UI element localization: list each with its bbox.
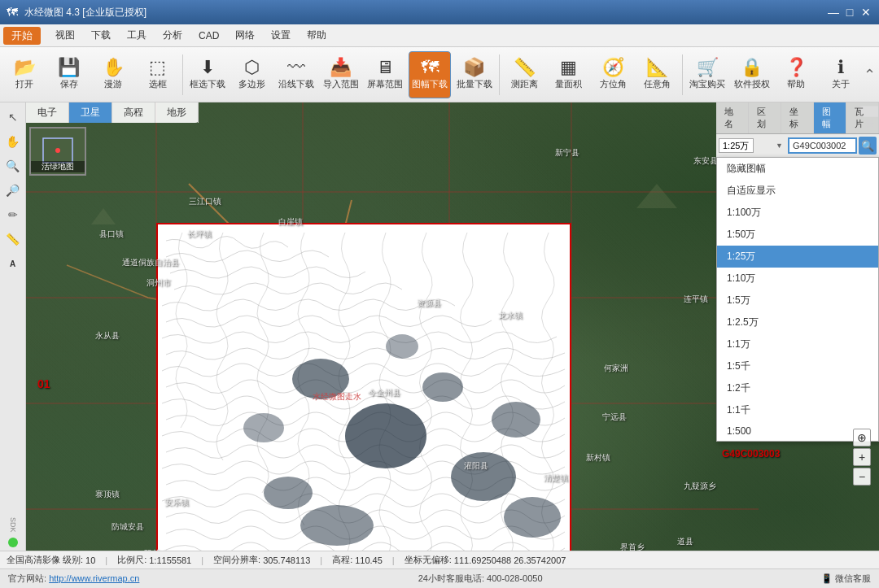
left-tool-zoom-in[interactable]: 🔍 [2, 155, 24, 177]
status-website: 官方网站: http://www.rivermap.cn [8, 573, 139, 585]
selection-content: 水经微图走水 [158, 224, 570, 551]
tool-open[interactable]: 📂 打开 [3, 51, 46, 98]
dropdown-item-10w[interactable]: 1:10万 [717, 268, 878, 290]
minimize-button[interactable]: — [827, 6, 840, 19]
info-bar: 全国高清影像 级别: 10 | 比例尺: 1:1155581 | 空间分辨率: … [0, 551, 879, 568]
dropdown-item-auto[interactable]: 自适应显示 [717, 180, 878, 202]
dropdown-item-5k[interactable]: 1:5千 [717, 355, 878, 377]
tool-line-download[interactable]: 〰 沿线下载 [275, 51, 318, 98]
squiggle-svg: 水经微图走水 [158, 224, 570, 551]
svg-point-14 [264, 477, 313, 509]
start-menu-button[interactable]: 开始 [3, 27, 41, 45]
tab-place-name[interactable]: 地名 [716, 102, 749, 133]
tool-open-label: 打开 [15, 78, 33, 90]
menu-network[interactable]: 网络 [227, 25, 263, 46]
left-tool-pan[interactable]: ✋ [2, 130, 24, 153]
close-button[interactable]: ✕ [859, 6, 872, 19]
minimap[interactable]: 活绿地图 [29, 127, 86, 176]
left-tool-zoom-out[interactable]: 🔎 [2, 179, 24, 202]
toolbar-sep-2 [499, 54, 500, 95]
tool-helpbtn[interactable]: ❓ 帮助 [775, 51, 818, 98]
menu-analysis[interactable]: 分析 [155, 25, 190, 46]
menu-cad[interactable]: CAD [190, 27, 227, 45]
tool-save[interactable]: 💾 保存 [48, 51, 91, 98]
dropdown-item-1w[interactable]: 1:1万 [717, 333, 878, 355]
map-container[interactable]: 电子 卫星 高程 地形 活绿地图 新宁县 东安县 通道侗族自治县 洞州市 永从县… [26, 102, 879, 551]
tool-batch-download[interactable]: 📦 批量下载 [453, 51, 496, 98]
tab-district[interactable]: 区划 [749, 102, 781, 133]
tool-measure-area[interactable]: ▦ 量面积 [547, 51, 590, 98]
tool-angle[interactable]: 📐 任意角 [636, 51, 679, 98]
tool-grid-download[interactable]: 🗺 图幅下载 [409, 51, 452, 98]
dropdown-item-100w[interactable]: 1:100万 [717, 202, 878, 224]
compass-button[interactable]: ⊕ [853, 429, 871, 446]
tool-import-range[interactable]: 📥 导入范围 [320, 51, 363, 98]
place-tongdao: 通道侗族自治县 [122, 257, 179, 268]
sep-4: | [392, 555, 395, 565]
tool-taobao[interactable]: 🛒 淘宝购买 [686, 51, 729, 98]
scale-selector[interactable]: 1:25万 [719, 138, 754, 153]
left-tool-draw[interactable]: ✏ [2, 203, 24, 226]
tool-bearing[interactable]: 🧭 方位角 [592, 51, 635, 98]
zoom-in-button[interactable]: + [853, 448, 871, 466]
zoom-out-button[interactable]: − [853, 468, 871, 486]
menu-tools[interactable]: 工具 [119, 25, 155, 46]
tool-screen-range[interactable]: 🖥 屏幕范围 [364, 51, 407, 98]
batch-download-icon: 📦 [463, 59, 485, 76]
level-value: 10 [85, 555, 95, 565]
wechat-icon: 📱 [821, 573, 833, 583]
dropdown-item-hide[interactable]: 隐藏图幅 [717, 158, 878, 180]
dropdown-item-5w[interactable]: 1:5万 [717, 290, 878, 311]
tool-select[interactable]: ⬚ 选框 [137, 51, 180, 98]
left-tool-pointer[interactable]: ↖ [2, 106, 24, 128]
import-range-icon: 📥 [330, 59, 352, 76]
svg-point-16 [451, 452, 516, 501]
scale-row: 1:25万 ▼ 🔍 [716, 134, 879, 157]
left-tool-measure[interactable]: 📏 [2, 228, 24, 250]
dropdown-item-50w[interactable]: 1:50万 [717, 224, 878, 246]
menu-view[interactable]: 视图 [47, 25, 83, 46]
place-qingchu: 清楚镇 [544, 473, 568, 484]
left-tool-label[interactable]: A [2, 252, 24, 275]
dropdown-item-25w[interactable]: 1:25万 [717, 246, 878, 268]
place-lianping: 连平镇 [684, 294, 708, 305]
website-link[interactable]: http://www.rivermap.cn [49, 573, 139, 583]
search-button[interactable]: 🔍 [859, 137, 877, 155]
grid-code-01: 01 [37, 377, 50, 390]
tool-box-download-label: 框选下载 [190, 78, 225, 90]
tab-terrain[interactable]: 地形 [155, 102, 199, 123]
tab-satellite[interactable]: 卫星 [69, 102, 112, 123]
measure-area-icon: ▦ [560, 59, 577, 76]
place-fangchengan: 防城安县 [112, 521, 144, 533]
tool-about[interactable]: ℹ 关于 [820, 51, 863, 98]
sep-2: | [201, 555, 203, 565]
dropdown-item-1k[interactable]: 1:1千 [717, 399, 878, 421]
tool-box-download[interactable]: ⬇ 框选下载 [186, 51, 230, 98]
place-changping: 长坪镇 [187, 229, 212, 240]
tab-coord[interactable]: 坐标 [781, 102, 814, 133]
tab-tile[interactable]: 瓦片 [846, 102, 879, 133]
place-xincun: 新村镇 [586, 452, 610, 464]
menu-help[interactable]: 帮助 [299, 25, 335, 46]
info-scale: 比例尺: 1:1155581 [117, 554, 191, 566]
maximize-button[interactable]: □ [843, 6, 856, 19]
tool-polygon-label: 多边形 [238, 78, 265, 90]
menu-download[interactable]: 下载 [83, 25, 119, 46]
menu-settings[interactable]: 设置 [263, 25, 299, 46]
line-download-icon: 〰 [287, 59, 305, 76]
tool-pan[interactable]: ✋ 漫游 [92, 51, 135, 98]
dropdown-item-2k[interactable]: 1:2千 [717, 377, 878, 399]
minimap-label: 活绿地图 [31, 161, 85, 172]
grid-code-input[interactable] [788, 137, 857, 154]
dropdown-item-2.5w[interactable]: 1:2.5万 [717, 311, 878, 333]
resolution-value: 305.748113 [263, 555, 310, 565]
tab-elevation[interactable]: 高程 [112, 102, 155, 123]
tab-electronic[interactable]: 电子 [26, 102, 69, 123]
place-dongan: 东安县 [693, 155, 718, 167]
tool-license[interactable]: 🔒 软件授权 [730, 51, 773, 98]
tab-grid[interactable]: 图幅 [814, 102, 846, 133]
toolbar-collapse-btn[interactable]: ⌃ [864, 66, 876, 84]
tool-polygon[interactable]: ⬡ 多边形 [231, 51, 274, 98]
tool-measure-dist[interactable]: 📏 测距离 [503, 51, 546, 98]
main-area: ↖ ✋ 🔍 🔎 ✏ 📏 A SDK [0, 102, 879, 551]
